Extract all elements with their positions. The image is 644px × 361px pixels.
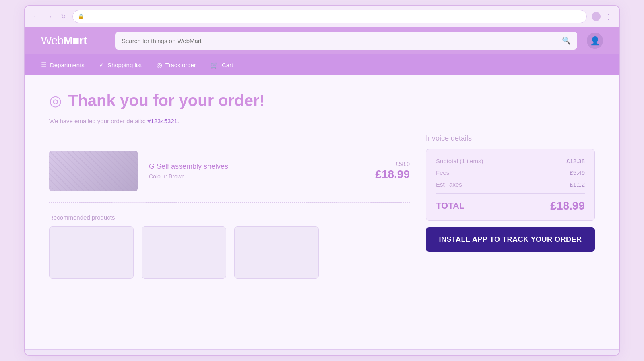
lock-icon: 🔒 bbox=[78, 13, 84, 19]
browser-menu-button[interactable]: ⋮ bbox=[605, 12, 613, 21]
total-value: £18.99 bbox=[550, 199, 585, 212]
content-row: G Self assembly shelves Colour: Brown £5… bbox=[49, 134, 595, 279]
email-note-suffix: . bbox=[178, 118, 179, 124]
site-header: WebM■rt 🔍 👤 bbox=[25, 27, 619, 54]
thank-you-title: Thank you for your order! bbox=[68, 91, 265, 110]
recommended-card-3[interactable] bbox=[234, 226, 319, 279]
nav-shopping-list-label: Shopping list bbox=[107, 62, 142, 68]
colour-value: Brown bbox=[169, 173, 185, 180]
order-success-icon: ◎ bbox=[49, 92, 62, 109]
order-section: G Self assembly shelves Colour: Brown £5… bbox=[49, 134, 410, 279]
browser-actions: ⋮ bbox=[592, 12, 613, 21]
product-price-original: £58.0 bbox=[375, 161, 410, 167]
invoice-subtotal-value: £12.38 bbox=[566, 158, 585, 164]
cart-icon: 🛒 bbox=[211, 61, 219, 69]
recommended-card-1[interactable] bbox=[49, 226, 134, 279]
nav-departments-label: Departments bbox=[50, 62, 85, 68]
address-bar[interactable]: 🔒 bbox=[72, 10, 587, 23]
profile-button[interactable]: 👤 bbox=[587, 33, 603, 49]
browser-chrome: ← → ↻ 🔒 ⋮ bbox=[25, 6, 619, 27]
recommended-section: Recommended products bbox=[49, 214, 410, 279]
site-nav: ☰ Departments ✓ Shopping list ◎ Track or… bbox=[25, 54, 619, 75]
logo-web: Web bbox=[41, 34, 64, 47]
checkmark-icon: ✓ bbox=[99, 61, 104, 69]
nav-cart-label: Cart bbox=[222, 62, 233, 68]
product-image bbox=[49, 151, 138, 191]
invoice-fees-value: £5.49 bbox=[570, 169, 585, 176]
invoice-subtotal-row: Subtotal (1 items) £12.38 bbox=[436, 158, 585, 164]
product-price-current: £18.99 bbox=[375, 168, 410, 181]
person-icon: 👤 bbox=[590, 36, 600, 46]
search-button[interactable]: 🔍 bbox=[562, 36, 571, 45]
recommended-grid bbox=[49, 226, 410, 279]
back-button[interactable]: ← bbox=[31, 12, 40, 21]
search-input[interactable] bbox=[122, 37, 558, 44]
product-name: G Self assembly shelves bbox=[149, 162, 364, 171]
install-app-button[interactable]: INSTALL APP TO TRACK YOUR ORDER bbox=[426, 227, 595, 252]
invoice-taxes-label: Est Taxes bbox=[436, 181, 462, 188]
product-row: G Self assembly shelves Colour: Brown £5… bbox=[49, 144, 410, 197]
invoice-subtotal-label: Subtotal (1 items) bbox=[436, 158, 483, 164]
nav-track-order[interactable]: ◎ Track order bbox=[157, 59, 196, 71]
invoice-title: Invoice details bbox=[426, 134, 595, 143]
track-icon: ◎ bbox=[157, 61, 162, 69]
product-image-inner bbox=[49, 151, 138, 191]
logo-mart: M■rt bbox=[64, 34, 87, 47]
product-colour: Colour: Brown bbox=[149, 173, 364, 180]
product-price-block: £58.0 £18.99 bbox=[375, 161, 410, 181]
recommended-title: Recommended products bbox=[49, 214, 410, 221]
email-note: We have emailed your order details: #123… bbox=[49, 118, 595, 124]
invoice-divider bbox=[436, 193, 585, 194]
recommended-card-2[interactable] bbox=[142, 226, 226, 279]
browser-frame: ← → ↻ 🔒 ⋮ WebM■rt 🔍 👤 ☰ Departments ✓ bbox=[24, 5, 620, 356]
thank-you-header: ◎ Thank you for your order! bbox=[49, 91, 595, 110]
invoice-fees-row: Fees £5.49 bbox=[436, 169, 585, 176]
browser-bottom-bar bbox=[25, 349, 619, 355]
main-content: ◎ Thank you for your order! We have emai… bbox=[25, 75, 619, 349]
invoice-total-row: TOTAL £18.99 bbox=[436, 199, 585, 212]
forward-button[interactable]: → bbox=[45, 12, 54, 21]
reload-button[interactable]: ↻ bbox=[59, 12, 68, 21]
site-logo: WebM■rt bbox=[41, 34, 105, 47]
colour-label: Colour: bbox=[149, 173, 167, 180]
invoice-box: Subtotal (1 items) £12.38 Fees £5.49 Est… bbox=[426, 149, 595, 221]
total-label: TOTAL bbox=[436, 201, 464, 211]
menu-icon: ☰ bbox=[41, 61, 47, 69]
nav-departments[interactable]: ☰ Departments bbox=[41, 59, 85, 71]
invoice-fees-label: Fees bbox=[436, 169, 449, 176]
nav-track-order-label: Track order bbox=[165, 62, 196, 68]
product-info: G Self assembly shelves Colour: Brown bbox=[149, 162, 364, 180]
nav-shopping-list[interactable]: ✓ Shopping list bbox=[99, 59, 142, 71]
nav-cart[interactable]: 🛒 Cart bbox=[211, 59, 233, 71]
email-note-prefix: We have emailed your order details: bbox=[49, 118, 147, 124]
browser-account-icon[interactable] bbox=[592, 12, 601, 21]
invoice-taxes-value: £1.12 bbox=[570, 181, 585, 188]
search-bar[interactable]: 🔍 bbox=[115, 32, 577, 50]
top-divider bbox=[49, 139, 410, 139]
invoice-section: Invoice details Subtotal (1 items) £12.3… bbox=[426, 134, 595, 279]
bottom-divider bbox=[49, 202, 410, 203]
order-number-link[interactable]: #12345321 bbox=[147, 118, 178, 124]
invoice-taxes-row: Est Taxes £1.12 bbox=[436, 181, 585, 188]
